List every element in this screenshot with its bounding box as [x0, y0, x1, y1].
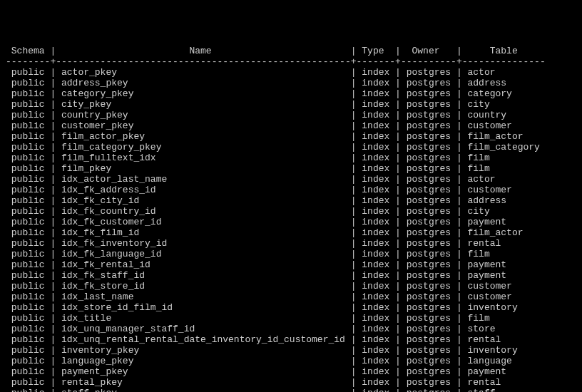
table-row: public | category_pkey | index | postgre…: [6, 88, 576, 99]
table-row: public | idx_last_name | index | postgre…: [6, 292, 576, 302]
table-row: public | idx_fk_rental_id | index | post…: [6, 259, 576, 270]
table-row: public | idx_unq_rental_rental_date_inve…: [6, 334, 576, 345]
table-row: public | country_pkey | index | postgres…: [6, 110, 576, 120]
table-row: public | idx_fk_film_id | index | postgr…: [6, 227, 576, 238]
psql-output: Schema | Name | Type | Owner | Table ---…: [6, 46, 576, 392]
table-row: public | idx_fk_country_id | index | pos…: [6, 206, 576, 217]
table-row: public | payment_pkey | index | postgres…: [6, 366, 576, 377]
table-row: public | staff_pkey | index | postgres |…: [6, 388, 576, 392]
table-row: public | idx_fk_language_id | index | po…: [6, 249, 576, 259]
table-row: public | idx_fk_customer_id | index | po…: [6, 217, 576, 227]
table-row: public | idx_unq_manager_staff_id | inde…: [6, 324, 576, 334]
table-row: public | language_pkey | index | postgre…: [6, 356, 576, 366]
table-row: public | idx_actor_last_name | index | p…: [6, 174, 576, 185]
table-row: public | idx_store_id_film_id | index | …: [6, 302, 576, 313]
table-row: public | idx_fk_address_id | index | pos…: [6, 185, 576, 195]
table-row: public | film_category_pkey | index | po…: [6, 142, 576, 153]
table-row: public | customer_pkey | index | postgre…: [6, 120, 576, 131]
table-row: public | idx_fk_staff_id | index | postg…: [6, 270, 576, 281]
table-row: public | actor_pkey | index | postgres |…: [6, 67, 576, 78]
table-row: public | idx_fk_city_id | index | postgr…: [6, 195, 576, 206]
table-row: public | address_pkey | index | postgres…: [6, 78, 576, 88]
table-divider: --------+-------------------------------…: [6, 56, 576, 67]
table-row: public | idx_title | index | postgres | …: [6, 313, 576, 324]
table-row: public | idx_fk_store_id | index | postg…: [6, 281, 576, 292]
table-row: public | inventory_pkey | index | postgr…: [6, 345, 576, 356]
table-row: public | rental_pkey | index | postgres …: [6, 377, 576, 388]
table-row: public | city_pkey | index | postgres | …: [6, 99, 576, 110]
table-row: public | film_actor_pkey | index | postg…: [6, 131, 576, 142]
table-row: public | film_fulltext_idx | index | pos…: [6, 153, 576, 163]
table-row: public | film_pkey | index | postgres | …: [6, 163, 576, 174]
table-header: Schema | Name | Type | Owner | Table: [6, 46, 576, 56]
table-row: public | idx_fk_inventory_id | index | p…: [6, 238, 576, 249]
